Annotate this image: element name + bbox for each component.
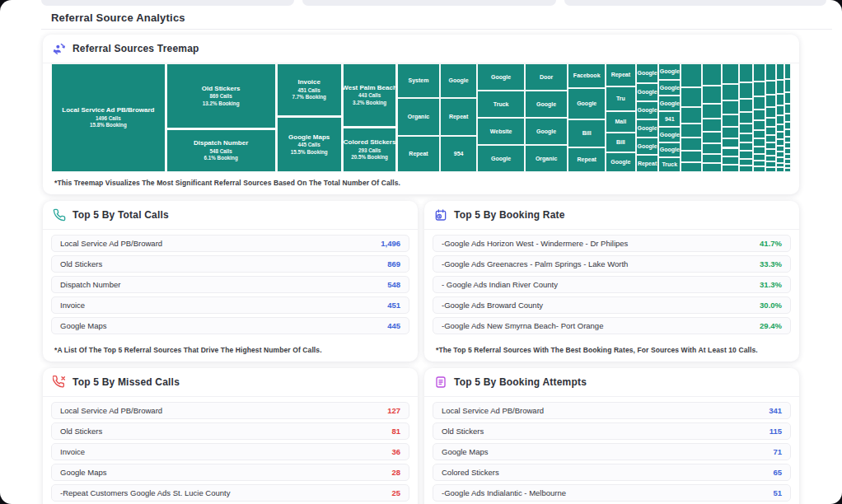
treemap-cell[interactable]: [784, 92, 791, 104]
treemap-cell[interactable]: [784, 142, 791, 148]
treemap-cell[interactable]: [681, 162, 702, 172]
treemap-cell[interactable]: [784, 122, 791, 129]
treemap-cell[interactable]: Google: [636, 83, 659, 101]
treemap-cell[interactable]: [681, 151, 702, 162]
treemap-cell[interactable]: [739, 151, 754, 158]
treemap-cell[interactable]: [681, 107, 702, 124]
treemap-cell[interactable]: [776, 80, 784, 94]
treemap-cell[interactable]: [702, 86, 722, 104]
treemap-cell[interactable]: [776, 167, 784, 172]
treemap-cell[interactable]: Google: [636, 119, 659, 138]
treemap-cell[interactable]: [776, 94, 784, 105]
treemap-cell[interactable]: West Palm Beach443 Calls3.2% Booking: [343, 63, 396, 127]
treemap-cell[interactable]: [765, 63, 776, 81]
treemap-cell[interactable]: Invoice451 Calls7.7% Booking: [277, 63, 342, 116]
treemap-cell[interactable]: [784, 79, 791, 92]
treemap-cell[interactable]: Dispatch Number548 Calls6.1% Booking: [166, 129, 276, 172]
treemap-cell[interactable]: Google: [658, 127, 681, 142]
treemap-cell[interactable]: [702, 132, 722, 143]
treemap-cell[interactable]: 941: [658, 111, 681, 127]
treemap-cell[interactable]: [702, 143, 722, 154]
treemap-cell[interactable]: Google: [568, 88, 606, 119]
treemap-cell[interactable]: Google: [477, 145, 524, 172]
treemap-cell[interactable]: [784, 63, 791, 79]
treemap-cell[interactable]: [681, 124, 702, 138]
treemap-cell[interactable]: Door: [525, 63, 568, 91]
treemap-cell[interactable]: [702, 163, 722, 172]
treemap-cell[interactable]: [681, 138, 702, 150]
treemap-cell[interactable]: [753, 154, 765, 161]
treemap-cell[interactable]: [753, 110, 765, 120]
treemap-cell[interactable]: Google: [477, 63, 524, 91]
treemap-cell[interactable]: [722, 138, 739, 148]
treemap-cell[interactable]: [765, 127, 776, 135]
treemap-cell[interactable]: [702, 119, 722, 132]
treemap-cell[interactable]: [765, 81, 776, 95]
treemap-cell[interactable]: [765, 161, 776, 167]
treemap-cell[interactable]: Google Maps445 Calls15.5% Booking: [277, 117, 342, 172]
treemap-cell[interactable]: [702, 104, 722, 119]
treemap-cell[interactable]: [739, 124, 754, 133]
treemap-cell[interactable]: [722, 100, 739, 114]
treemap-cell[interactable]: [776, 139, 784, 146]
treemap-cell[interactable]: [753, 130, 765, 139]
treemap-cell[interactable]: Mall: [606, 111, 636, 133]
treemap-cell[interactable]: [776, 152, 784, 157]
treemap-cell[interactable]: [784, 137, 791, 143]
treemap-cell[interactable]: Truck: [658, 157, 681, 172]
treemap-cell[interactable]: [753, 96, 765, 109]
treemap-cell[interactable]: [776, 124, 784, 133]
treemap-cell[interactable]: [739, 159, 754, 166]
treemap-cell[interactable]: 954: [440, 136, 478, 172]
treemap-cell[interactable]: Tru: [606, 86, 636, 111]
treemap-cell[interactable]: [722, 84, 739, 100]
treemap-cell[interactable]: [739, 99, 754, 112]
treemap-cell[interactable]: [753, 161, 765, 166]
treemap-cell[interactable]: [753, 120, 765, 130]
treemap-cell[interactable]: Old Stickers869 Calls13.2% Booking: [166, 63, 276, 128]
treemap-cell[interactable]: Repeat: [397, 136, 440, 172]
treemap-cell[interactable]: Colored Stickers293 Calls20.5% Booking: [343, 128, 396, 172]
treemap-cell[interactable]: [765, 142, 776, 149]
treemap-cell[interactable]: [784, 148, 791, 154]
treemap-cell[interactable]: Local Service Ad PB/Broward1496 Calls15.…: [51, 63, 166, 172]
treemap-cell[interactable]: [739, 112, 754, 124]
treemap-cell[interactable]: Google: [658, 63, 681, 80]
treemap-cell[interactable]: [739, 166, 754, 172]
treemap-cell[interactable]: [765, 135, 776, 142]
treemap-cell[interactable]: Google: [525, 118, 568, 145]
treemap-cell[interactable]: Repeat: [568, 147, 606, 172]
treemap-cell[interactable]: [753, 166, 765, 172]
treemap-cell[interactable]: [784, 168, 791, 172]
treemap-cell[interactable]: Google: [658, 96, 681, 111]
treemap-cell[interactable]: Google: [658, 142, 681, 157]
treemap-cell[interactable]: Repeat: [440, 98, 478, 136]
treemap-cell[interactable]: Google: [636, 138, 659, 155]
treemap-cell[interactable]: [765, 107, 776, 118]
treemap-cell[interactable]: [702, 63, 722, 86]
treemap-cell[interactable]: [776, 115, 784, 124]
treemap-cell[interactable]: [739, 133, 754, 142]
treemap-cell[interactable]: [776, 132, 784, 139]
treemap-cell[interactable]: [722, 156, 739, 165]
treemap-cell[interactable]: Truck: [477, 91, 524, 118]
treemap-cell[interactable]: [765, 118, 776, 127]
treemap-cell[interactable]: Bill: [568, 119, 606, 147]
treemap-cell[interactable]: [753, 63, 765, 82]
treemap-cell[interactable]: [784, 129, 791, 136]
treemap-cell[interactable]: [722, 165, 739, 172]
treemap-cell[interactable]: System: [397, 63, 440, 98]
treemap-cell[interactable]: Google: [525, 91, 568, 118]
treemap-cell[interactable]: [765, 149, 776, 156]
treemap-cell[interactable]: [722, 63, 739, 84]
treemap-cell[interactable]: [776, 146, 784, 152]
treemap-cell[interactable]: Repeat: [636, 155, 659, 172]
treemap-cell[interactable]: [753, 138, 765, 147]
treemap-cell[interactable]: [722, 148, 739, 157]
treemap-cell[interactable]: Organic: [397, 98, 440, 136]
treemap-cell[interactable]: [765, 95, 776, 107]
treemap-cell[interactable]: [784, 114, 791, 122]
treemap-cell[interactable]: Google: [606, 152, 636, 172]
treemap-cell[interactable]: [722, 127, 739, 138]
treemap-cell[interactable]: Google: [636, 101, 659, 119]
